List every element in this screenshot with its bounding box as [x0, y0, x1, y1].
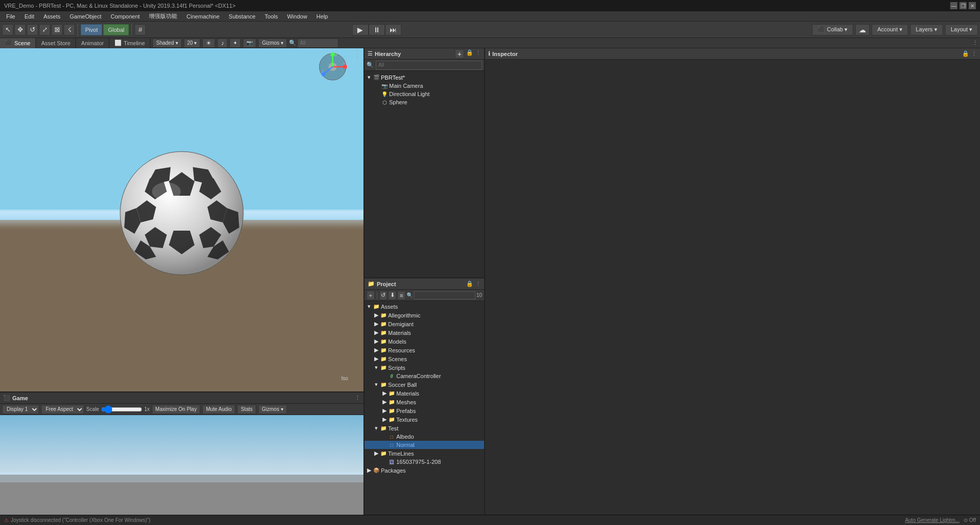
snap-button[interactable]: # [134, 24, 146, 35]
global-button[interactable]: Global [103, 24, 129, 35]
minimize-button[interactable]: — [950, 2, 957, 9]
cloud-button[interactable]: ☁ [855, 24, 870, 35]
project-item-normal[interactable]: □ Normal [364, 441, 484, 449]
scene-more-icon[interactable]: ⋮ [972, 40, 978, 46]
menubar-item-help[interactable]: Help [312, 12, 332, 21]
hierarchy-item-sphere[interactable]: ⬡ Sphere [364, 98, 484, 106]
scene-context-menu-icon[interactable]: ⋮ [353, 50, 361, 59]
collab-button[interactable]: ⬛ Collab ▾ [812, 24, 853, 35]
scale-tool-button[interactable]: ⤢ [39, 24, 50, 35]
scene-search-input[interactable] [297, 39, 338, 48]
project-item-resources[interactable]: ▶ 📁 Resources [364, 346, 484, 354]
tab-asset-store[interactable]: Asset Store [36, 38, 76, 48]
project-item-scenes[interactable]: ▶ 📁 Scenes [364, 354, 484, 363]
auto-generate-label[interactable]: Auto Generate Lightm... [905, 517, 959, 523]
menubar-item-assets[interactable]: Assets [40, 12, 65, 21]
project-search-input[interactable] [414, 291, 475, 299]
lighting-btn[interactable]: ☀ [202, 39, 215, 48]
select-tool-button[interactable]: ↖ [2, 24, 13, 35]
hierarchy-content[interactable]: ▾ 🎬 PBRTest* 📷 Main Camera 💡 Directional… [364, 71, 484, 277]
lod-dropdown-button[interactable]: 20 ▾ [184, 39, 201, 48]
close-button[interactable]: ✕ [969, 2, 976, 9]
inspector-lock-icon[interactable]: 🔒 [962, 50, 969, 57]
menubar-item-component[interactable]: Component [106, 12, 144, 21]
soccer-ball-arrow: ▾ [374, 381, 379, 388]
play-button[interactable]: ▶ [352, 24, 369, 35]
project-item-soccer-ball[interactable]: ▾ 📁 Soccer Ball [364, 380, 484, 389]
project-item-test[interactable]: ▾ 📁 Test [364, 424, 484, 433]
project-item-models[interactable]: ▶ 📁 Models [364, 337, 484, 346]
project-item-sb-textures[interactable]: ▶ 📁 Textures [364, 415, 484, 424]
inspector-more-icon[interactable]: ⋮ [971, 50, 977, 57]
project-item-assets[interactable]: ▾ 📁 Assets [364, 302, 484, 311]
menubar-item-file[interactable]: File [2, 12, 20, 21]
menubar-item-window[interactable]: Window [283, 12, 311, 21]
game-aspect-dropdown[interactable]: Free Aspect [41, 405, 84, 414]
menubar-item-[interactable]: 增强版功能 [145, 11, 181, 21]
project-lock-icon[interactable]: 🔒 [466, 280, 473, 287]
tab-animator[interactable]: Animator [76, 38, 109, 48]
move-tool-button[interactable]: ✥ [14, 24, 26, 35]
project-content[interactable]: ▾ 📁 Assets ▶ 📁 Allegorithmic ▶ 📁 Demigia… [364, 301, 484, 515]
shaded-dropdown-button[interactable]: Shaded ▾ [152, 39, 181, 48]
pivot-button[interactable]: Pivot [81, 24, 102, 35]
titlebar-controls[interactable]: — ❐ ✕ [950, 2, 976, 9]
project-item-cam-controller[interactable]: # CameraController [364, 372, 484, 380]
layers-button[interactable]: Layers ▾ [910, 24, 943, 35]
transform-tool-button[interactable]: ☇ [64, 24, 75, 35]
tab-scene[interactable]: ⬛ Scene [0, 38, 36, 48]
hierarchy-lock-icon[interactable]: 🔒 [466, 49, 473, 59]
project-item-materials-root[interactable]: ▶ 📁 Materials [364, 328, 484, 337]
game-more-icon[interactable]: ⋮ [355, 395, 360, 401]
gizmos-dropdown-button[interactable]: Gizmos ▾ [258, 39, 287, 48]
menubar-item-gameobject[interactable]: GameObject [66, 12, 106, 21]
hierarchy-more-icon[interactable]: ⋮ [475, 49, 481, 59]
project-import-button[interactable]: ⬇ [388, 291, 396, 300]
hierarchy-item-light[interactable]: 💡 Directional Light [364, 90, 484, 98]
fx-btn[interactable]: ✦ [229, 39, 241, 48]
status-icon: ⚠ [4, 517, 9, 523]
project-item-demigiant[interactable]: ▶ 📁 Demigiant [364, 320, 484, 328]
project-item-sb-prefabs[interactable]: ▶ 📁 Prefabs [364, 406, 484, 415]
menubar-item-cinemachine[interactable]: Cinemachine [182, 12, 223, 21]
tab-timeline[interactable]: ⬜ Timeline [109, 38, 150, 48]
hierarchy-label-sphere: Sphere [389, 99, 407, 105]
pause-button[interactable]: ⏸ [369, 24, 385, 35]
rect-tool-button[interactable]: ⊠ [51, 24, 63, 35]
game-gizmos-dropdown[interactable]: Gizmos ▾ [258, 405, 287, 414]
project-filter-button[interactable]: ≡ [397, 291, 406, 300]
menubar-item-substance[interactable]: Substance [225, 12, 260, 21]
menubar-item-edit[interactable]: Edit [21, 12, 39, 21]
project-item-packages[interactable]: ▶ 📦 Packages [364, 466, 484, 475]
project-add-button[interactable]: + [367, 291, 375, 300]
scene-gizmo[interactable]: X Y Z [318, 52, 347, 81]
layout-button[interactable]: Layout ▾ [945, 24, 978, 35]
project-refresh-button[interactable]: ↺ [379, 291, 388, 300]
hierarchy-search-input[interactable] [376, 61, 482, 70]
rotate-tool-button[interactable]: ↺ [27, 24, 38, 35]
game-scale-slider[interactable] [101, 406, 142, 413]
project-item-sb-meshes[interactable]: ▶ 📁 Meshes [364, 398, 484, 406]
menubar-item-tools[interactable]: Tools [261, 12, 282, 21]
maximize-on-play-button[interactable]: Maximize On Play [152, 405, 201, 414]
status-off-btn[interactable]: ⊙ Off [964, 517, 976, 523]
restore-button[interactable]: ❐ [959, 2, 967, 9]
project-more-icon[interactable]: ⋮ [475, 280, 481, 287]
account-button[interactable]: Account ▾ [872, 24, 908, 35]
project-item-timelines[interactable]: ▶ 📁 TimeLines [364, 449, 484, 458]
project-item-file-img[interactable]: 🖼 165037975-1-208 [364, 458, 484, 466]
project-item-albedo[interactable]: □ Albedo [364, 433, 484, 441]
hierarchy-add-button[interactable]: + [455, 49, 464, 59]
hierarchy-item-camera[interactable]: 📷 Main Camera [364, 82, 484, 90]
game-display-dropdown[interactable]: Display 1 [2, 405, 39, 414]
scene-cam-btn[interactable]: 📷 [243, 39, 256, 48]
hierarchy-item-pbr[interactable]: ▾ 🎬 PBRTest* [364, 73, 484, 82]
stats-button[interactable]: Stats [237, 405, 256, 414]
scene-view[interactable]: X Y Z Iso ⋮ [0, 48, 363, 391]
audio-btn[interactable]: ♪ [217, 39, 227, 48]
project-item-allegorithmic[interactable]: ▶ 📁 Allegorithmic [364, 311, 484, 320]
mute-audio-button[interactable]: Mute Audio [202, 405, 235, 414]
project-item-scripts[interactable]: ▾ 📁 Scripts [364, 363, 484, 372]
project-item-sb-materials[interactable]: ▶ 📁 Materials [364, 389, 484, 398]
step-button[interactable]: ⏭ [385, 24, 401, 35]
